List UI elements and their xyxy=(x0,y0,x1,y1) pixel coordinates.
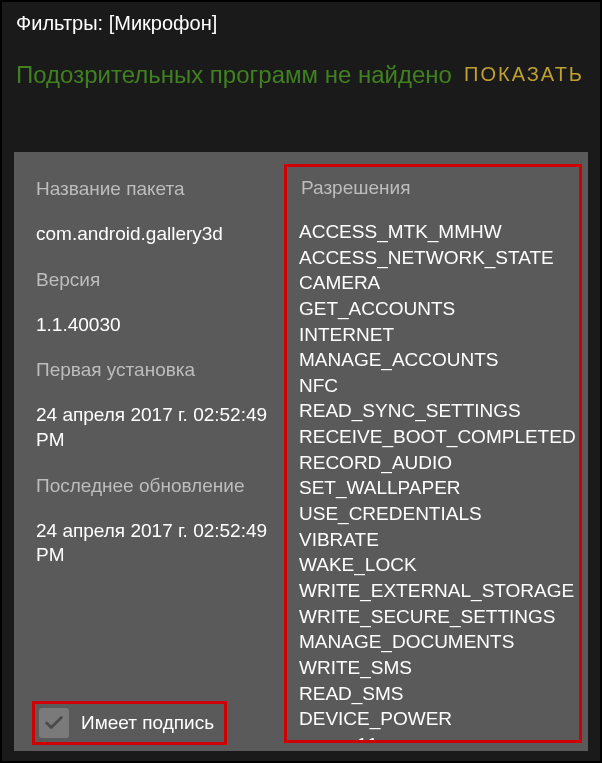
version-value: 1.1.40030 xyxy=(36,313,268,338)
permission-item: ACCESS_NETWORK_STATE xyxy=(299,245,575,271)
permission-item: NFC xyxy=(299,373,575,399)
permissions-column: Разрешения ACCESS_MTK_MMHWACCESS_NETWORK… xyxy=(284,164,582,743)
permission-item: GET_ACCOUNTS xyxy=(299,296,575,322)
package-info-column: Название пакета com.android.gallery3d Ве… xyxy=(14,162,284,751)
last-update-value: 24 апреля 2017 г. 02:52:49 PM xyxy=(36,519,268,568)
show-button[interactable]: ПОКАЗАТЬ xyxy=(462,59,586,90)
permission-item: READ_SYNC_SETTINGS xyxy=(299,398,575,424)
permission-item: USE_CREDENTIALS xyxy=(299,501,575,527)
status-row: Подозрительных программ не найдено ПОКАЗ… xyxy=(2,41,600,112)
permissions-label: Разрешения xyxy=(301,177,575,199)
permission-item: RECEIVE_BOOT_COMPLETED xyxy=(299,424,575,450)
permission-item: DEVICE_POWER xyxy=(299,706,575,732)
permissions-list: ACCESS_MTK_MMHWACCESS_NETWORK_STATECAMER… xyxy=(299,219,575,732)
first-install-value: 24 апреля 2017 г. 02:52:49 PM xyxy=(36,403,268,452)
check-icon xyxy=(43,712,65,734)
permission-item: MANAGE_DOCUMENTS xyxy=(299,629,575,655)
permission-item: ACCESS_MTK_MMHW xyxy=(299,219,575,245)
topbar: Фильтры: [Микрофон] xyxy=(2,2,600,41)
permission-item: WRITE_EXTERNAL_STORAGE xyxy=(299,578,575,604)
permission-item: MANAGE_ACCOUNTS xyxy=(299,347,575,373)
package-name-label: Название пакета xyxy=(36,178,268,200)
permission-item: WRITE_SMS xyxy=(299,655,575,681)
permission-item: SET_WALLPAPER xyxy=(299,475,575,501)
package-name-value: com.android.gallery3d xyxy=(36,222,268,247)
status-message: Подозрительных программ не найдено xyxy=(16,60,452,90)
permission-item: WRITE_SECURE_SETTINGS xyxy=(299,604,575,630)
first-install-label: Первая установка xyxy=(36,359,268,381)
last-update-label: Последнее обновление xyxy=(36,475,268,497)
permission-item: CAMERA xyxy=(299,270,575,296)
signature-checkbox[interactable] xyxy=(39,708,69,738)
version-label: Версия xyxy=(36,269,268,291)
permission-item: WAKE_LOCK xyxy=(299,552,575,578)
app-window: Фильтры: [Микрофон] Подозрительных прогр… xyxy=(0,0,602,763)
filters-label: Фильтры: [Микрофон] xyxy=(16,12,586,35)
signature-label: Имеет подпись xyxy=(81,712,214,734)
details-card: Название пакета com.android.gallery3d Ве… xyxy=(14,152,588,751)
permission-item: INTERNET xyxy=(299,322,575,348)
permission-item: VIBRATE xyxy=(299,527,575,553)
signature-row[interactable]: Имеет подпись xyxy=(32,701,227,745)
permission-item: READ_SMS xyxy=(299,681,575,707)
permissions-more: и еще 11 xyxy=(299,732,575,743)
permission-item: RECORD_AUDIO xyxy=(299,450,575,476)
